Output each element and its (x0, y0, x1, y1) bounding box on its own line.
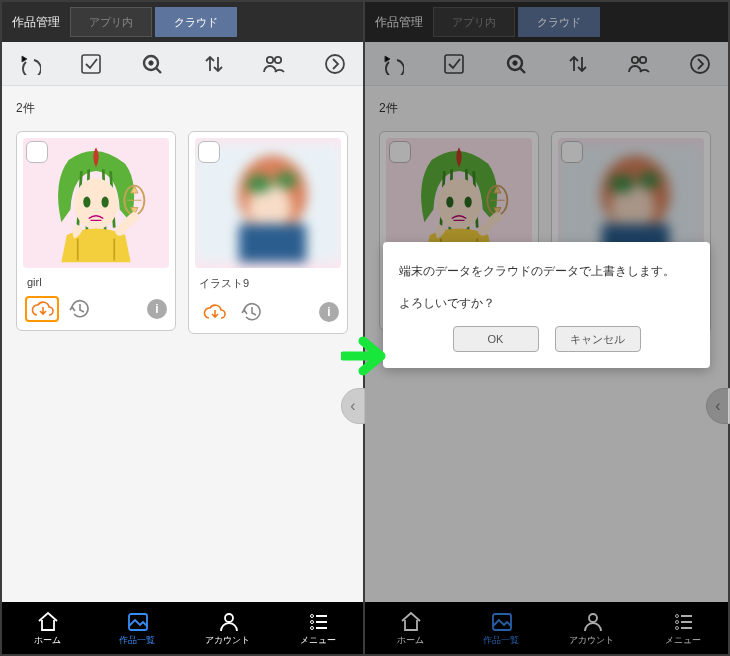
cloud-download-icon[interactable] (25, 296, 59, 322)
item-count: 2件 (2, 86, 363, 131)
nav-label: 作品一覧 (119, 634, 155, 647)
info-icon[interactable]: i (319, 302, 339, 322)
header-title: 作品管理 (2, 14, 70, 31)
bottom-nav: ホーム 作品一覧 アカウント メニュー (2, 602, 363, 654)
sort-icon[interactable] (195, 46, 231, 82)
cancel-button[interactable]: キャンセル (555, 326, 641, 352)
refresh-icon[interactable] (12, 46, 48, 82)
select-all-icon[interactable] (73, 46, 109, 82)
share-people-icon[interactable] (256, 46, 292, 82)
nav-label: メニュー (300, 634, 336, 647)
confirm-dialog: 端末のデータをクラウドのデータで上書きします。 よろしいですか？ OK キャンセ… (383, 242, 710, 368)
dialog-message-2: よろしいですか？ (399, 294, 694, 312)
toolbar (2, 42, 363, 86)
nav-label: ホーム (34, 634, 61, 647)
header: 作品管理 アプリ内 クラウド (2, 2, 363, 42)
nav-works[interactable]: 作品一覧 (92, 602, 182, 654)
search-icon[interactable] (134, 46, 170, 82)
nav-account[interactable]: アカウント (183, 602, 273, 654)
chevron-right-icon[interactable] (317, 46, 353, 82)
tab-cloud[interactable]: クラウド (155, 7, 237, 37)
screen-before: 作品管理 アプリ内 クラウド 2件 girl (2, 2, 365, 654)
dialog-message-1: 端末のデータをクラウドのデータで上書きします。 (399, 262, 694, 280)
card-illust9[interactable]: イラスト9 i (188, 131, 348, 334)
select-checkbox[interactable] (198, 141, 220, 163)
card-girl[interactable]: girl i (16, 131, 176, 331)
screen-after: 作品管理 アプリ内 クラウド 2件 girl (365, 2, 728, 654)
ok-button[interactable]: OK (453, 326, 539, 352)
nav-label: アカウント (205, 634, 250, 647)
nav-home[interactable]: ホーム (2, 602, 92, 654)
card-grid: girl i イラスト9 (2, 131, 363, 602)
card-title: girl (17, 274, 175, 292)
nav-menu[interactable]: メニュー (273, 602, 363, 654)
cloud-download-icon[interactable] (197, 299, 231, 325)
history-icon[interactable] (239, 300, 263, 324)
info-icon[interactable]: i (147, 299, 167, 319)
card-title: イラスト9 (189, 274, 347, 295)
tab-app-in[interactable]: アプリ内 (70, 7, 152, 37)
select-checkbox[interactable] (26, 141, 48, 163)
history-icon[interactable] (67, 297, 91, 321)
